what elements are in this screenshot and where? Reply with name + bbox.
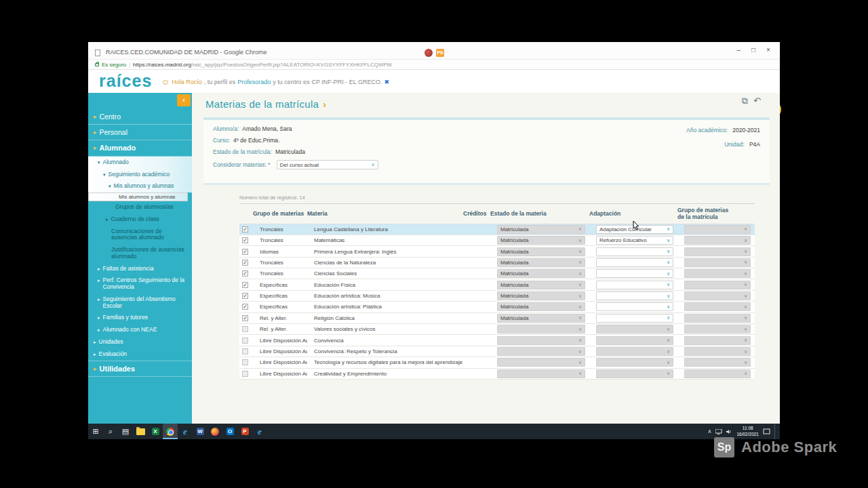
row-checkbox[interactable]: ✓ [242,237,248,243]
adaptacion-select[interactable]: ∨ [596,258,673,267]
estado-select[interactable]: ∨ [497,369,585,378]
row-checkbox[interactable] [242,338,248,344]
copy-pages-icon[interactable]: ⧉ [742,96,748,106]
adaptacion-select[interactable]: Refuerzo Educativo∨ [596,236,673,245]
adaptacion-select[interactable]: ∨ [596,281,673,289]
table-row[interactable]: ✓TroncalesMatemáticasMatriculada∨Refuerz… [239,235,755,246]
row-checkbox[interactable]: ✓ [242,315,248,321]
notification-icon[interactable] [763,428,770,434]
estado-select[interactable]: ∨ [497,358,585,367]
taskbar-word-icon[interactable]: W [193,424,208,439]
row-checkbox[interactable]: ✓ [242,293,248,299]
adaptacion-select[interactable]: ∨ [596,314,673,323]
maximize-button[interactable]: □ [747,46,760,54]
row-checkbox[interactable]: ✓ [242,304,248,310]
table-row[interactable]: ✓EspecíficasEducación FísicaMatriculada∨… [239,279,755,290]
taskbar-chrome-icon[interactable] [163,424,178,439]
estado-select[interactable]: Matriculada∨ [497,247,585,256]
taskbar-firefox-icon[interactable] [208,424,222,439]
row-checkbox[interactable]: ✓ [242,282,248,288]
taskbar-start-icon[interactable]: ⊞ [88,424,103,439]
tray-expand-icon[interactable]: ∧ [708,428,712,434]
estado-select[interactable]: ∨ [497,325,585,333]
speaker-icon[interactable] [726,429,732,434]
estado-select[interactable]: Matriculada∨ [497,281,585,289]
grupo-matricula-select[interactable]: ∨ [684,325,751,333]
table-row[interactable]: ✓TroncalesCiencias de la NaturalezaMatri… [239,258,755,268]
row-checkbox[interactable] [242,326,248,332]
table-row[interactable]: ✓EspecíficasEducación artística: Plástic… [239,302,755,312]
grupo-matricula-select[interactable]: ∨ [684,336,751,345]
taskbar-task-view-icon[interactable]: ▤ [118,424,133,439]
estado-select[interactable]: Matriculada∨ [497,302,585,311]
estado-select[interactable]: Matriculada∨ [497,269,585,278]
adaptacion-select[interactable]: ∨ [596,336,673,345]
row-checkbox[interactable] [242,359,248,365]
table-row[interactable]: Libre Disposición AutonómicaTecnología y… [239,357,755,368]
table-row[interactable]: Libre Disposición AutonómicaConvivencia:… [239,346,755,357]
sidebar-item-alumnado[interactable]: ▸Alumnado [88,140,192,157]
estado-select[interactable]: Matriculada∨ [497,236,585,245]
table-row[interactable]: ✓Rel. y Alter.Religión CatólicaMatricula… [239,313,755,324]
taskbar-powerpoint-icon[interactable]: P [237,424,252,439]
row-checkbox[interactable]: ✓ [242,270,248,277]
sidebar-item-grupos-de-alumnos-as[interactable]: Grupos de alumnos/as [88,201,192,214]
sidebar-item-seguimiento-del-absentismo-escolar[interactable]: ▸Seguimiento del Absentismo Escolar [88,293,192,312]
close-session-icon[interactable]: ✖ [384,79,389,85]
grupo-matricula-select[interactable]: ∨ [684,236,751,245]
adaptacion-select[interactable]: ∨ [596,369,673,378]
sidebar-item-justificaciones-de-ausencias-alumnado[interactable]: Justificaciones de ausencias alumnado [88,244,192,263]
adaptacion-select[interactable]: ∨ [596,247,673,256]
grupo-matricula-select[interactable]: ∨ [684,369,751,378]
clock[interactable]: 11:08 16/02/2021 [736,426,759,437]
taskbar-file-explorer-icon[interactable] [133,424,148,439]
sidebar-item-comunicaciones-de-ausencias-alumnado[interactable]: Comunicaciones de ausencias alumnado [88,226,192,245]
grupo-matricula-select[interactable]: ∨ [684,225,751,234]
table-row[interactable]: ✓IdiomasPrimera Lengua Extranjera: Inglé… [239,246,755,257]
table-row[interactable]: ✓TroncalesCiencias SocialesMatriculada∨∨… [239,268,755,279]
estado-select[interactable]: Matriculada∨ [497,291,585,300]
estado-select[interactable]: ∨ [497,336,585,345]
grupo-matricula-select[interactable]: ∨ [684,258,751,267]
table-row[interactable]: ✓TroncalesLengua Castellana y Literatura… [239,224,755,235]
sidebar-item-faltas-de-asistencia[interactable]: ▸Faltas de asistencia [88,263,192,275]
estado-select[interactable]: Matriculada∨ [497,258,585,267]
table-row[interactable]: Libre Disposición AutonómicaCreatividad … [239,369,755,380]
taskbar-edge-icon[interactable]: e [252,424,267,439]
grupo-matricula-select[interactable]: ∨ [684,314,751,323]
extension-icon[interactable] [425,49,433,57]
sidebar-item-unidades[interactable]: ▸Unidades [88,336,192,348]
taskbar-outlook-icon[interactable]: O [222,424,237,439]
taskbar-excel-icon[interactable]: X [148,424,163,439]
sidebar-item-alumnado-con-neae[interactable]: ▸Alumnado con NEAE [88,324,192,336]
minimize-button[interactable]: – [732,46,745,54]
sidebar-item-seguimiento-academico[interactable]: ▾Seguimiento académico [88,169,192,181]
sidebar-item-cuaderno-de-clase[interactable]: ▸Cuaderno de clase [88,214,192,226]
estado-select[interactable]: Matriculada∨ [497,314,585,323]
grupo-matricula-select[interactable]: ∨ [684,247,751,256]
adaptacion-select[interactable]: ∨ [596,269,673,278]
grupo-matricula-select[interactable]: ∨ [684,358,751,367]
sidebar-item-mis-alumnos-y-alumnas[interactable]: ▾Mis alumnos y alumnas [88,180,192,192]
undo-icon[interactable]: ↶ [753,96,761,106]
adaptacion-select[interactable]: ∨ [596,347,673,356]
taskbar-search-icon[interactable]: ⌕ [103,424,118,439]
sidebar-item-mis-alumnos-y-alumnas[interactable]: Mis alumnos y alumnas [88,192,188,201]
close-button[interactable]: × [762,46,774,54]
taskbar-internet-explorer-icon[interactable]: e [178,424,193,439]
sidebar-item-familias-y-tutores[interactable]: ▸Familias y tutores [88,312,192,324]
sidebar-item-evaluacion[interactable]: ▸Evaluación [88,348,192,361]
extension-icon[interactable]: Pb [436,49,444,57]
adaptacion-select[interactable]: ∨ [596,291,673,300]
sidebar-item-personal[interactable]: ▸Personal [88,125,192,140]
grupo-matricula-select[interactable]: ∨ [684,347,751,356]
consider-materias-select[interactable]: Del curso actual ∨ [277,160,378,169]
estado-select[interactable]: Matriculada∨ [497,225,585,234]
row-checkbox[interactable] [242,348,248,354]
grupo-matricula-select[interactable]: ∨ [684,281,751,289]
row-checkbox[interactable]: ✓ [242,226,248,232]
sidebar-item-alumnado[interactable]: ▾Alumnado [88,157,192,169]
grupo-matricula-select[interactable]: ∨ [684,302,751,311]
row-checkbox[interactable]: ✓ [242,249,248,255]
table-row[interactable]: ✓EspecíficasEducación artística: MúsicaM… [239,291,755,302]
